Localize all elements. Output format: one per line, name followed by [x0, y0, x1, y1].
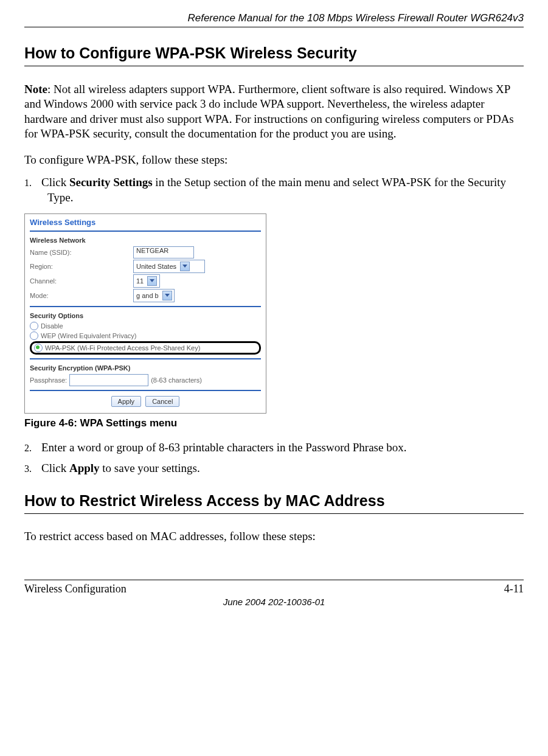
chevron-down-icon — [162, 291, 172, 300]
intro-text-2: To restrict access based on MAC addresse… — [24, 530, 524, 543]
radio-disable-label: Disable — [41, 322, 63, 330]
radio-wpa-highlight: WPA-PSK (Wi-Fi Protected Access Pre-Shar… — [30, 341, 261, 355]
section-heading-wpa: How to Configure WPA-PSK Wireless Securi… — [24, 44, 524, 66]
step-3-prefix: Click — [41, 462, 69, 474]
ss-wireless-network-header: Wireless Network — [30, 237, 261, 244]
region-label: Region: — [30, 263, 133, 270]
footer-page-number: 4-11 — [504, 583, 524, 595]
step-3-bold: Apply — [69, 462, 100, 474]
divider — [30, 390, 261, 391]
step-number: 2. — [24, 442, 41, 454]
ssid-label: Name (SSID): — [30, 249, 133, 256]
channel-label: Channel: — [30, 277, 133, 285]
chevron-down-icon — [147, 276, 157, 286]
step-3: 3.Click Apply to save your settings. — [24, 461, 524, 476]
step-2: 2.Enter a word or group of 8-63 printabl… — [24, 440, 524, 455]
step-1-prefix: Click — [41, 176, 69, 189]
note-label: Note — [24, 83, 47, 95]
footer-center: June 2004 202-10036-01 — [24, 597, 524, 607]
radio-icon — [30, 322, 38, 330]
step-2-text: Enter a word or group of 8-63 printable … — [41, 441, 406, 454]
mode-select[interactable]: g and b — [133, 289, 175, 302]
divider — [30, 231, 261, 232]
radio-icon — [30, 331, 38, 340]
channel-value: 11 — [136, 277, 144, 285]
note-paragraph: Note: Not all wireless adapters support … — [24, 82, 524, 141]
region-value: United States — [136, 263, 176, 270]
ss-encryption-header: Security Encryption (WPA-PSK) — [30, 364, 261, 372]
divider — [30, 358, 261, 359]
radio-wpa-label: WPA-PSK (Wi-Fi Protected Access Pre-Shar… — [45, 344, 200, 352]
step-1-bold: Security Settings — [69, 176, 153, 189]
mode-value: g and b — [136, 292, 159, 299]
figure-caption: Figure 4-6: WPA Settings menu — [24, 417, 524, 429]
step-3-suffix: to save your settings. — [100, 462, 200, 474]
step-1: 1.Click Security Settings in the Setup s… — [24, 175, 524, 205]
step-number: 1. — [24, 177, 41, 189]
radio-icon-checked[interactable] — [34, 344, 43, 352]
page-header: Reference Manual for the 108 Mbps Wirele… — [24, 12, 524, 27]
channel-select[interactable]: 11 — [133, 274, 160, 288]
radio-wep-row[interactable]: WEP (Wired Equivalent Privacy) — [30, 331, 261, 340]
step-number: 3. — [24, 463, 41, 475]
ss-security-options-header: Security Options — [30, 312, 261, 319]
footer-left: Wireless Configuration — [24, 583, 127, 595]
figure-wrapper: Wireless Settings Wireless Network Name … — [24, 213, 524, 414]
region-select[interactable]: United States — [133, 260, 205, 273]
divider — [30, 306, 261, 307]
radio-disable-row[interactable]: Disable — [30, 322, 261, 330]
passphrase-input[interactable] — [69, 374, 148, 386]
radio-wep-label: WEP (Wired Equivalent Privacy) — [41, 332, 137, 339]
cancel-button[interactable]: Cancel — [145, 396, 179, 407]
passphrase-label: Passphrase: — [30, 376, 67, 384]
ssid-input[interactable]: NETGEAR — [133, 246, 194, 258]
passphrase-hint: (8-63 characters) — [151, 376, 202, 384]
apply-button[interactable]: Apply — [111, 396, 142, 407]
ss-title: Wireless Settings — [30, 218, 261, 227]
note-body: : Not all wireless adapters support WPA.… — [24, 83, 514, 140]
chevron-down-icon — [180, 262, 190, 271]
wireless-settings-screenshot: Wireless Settings Wireless Network Name … — [24, 213, 266, 414]
section-heading-mac: How to Restrict Wireless Access by MAC A… — [24, 492, 524, 514]
intro-text: To configure WPA-PSK, follow these steps… — [24, 153, 524, 167]
mode-label: Mode: — [30, 292, 133, 299]
